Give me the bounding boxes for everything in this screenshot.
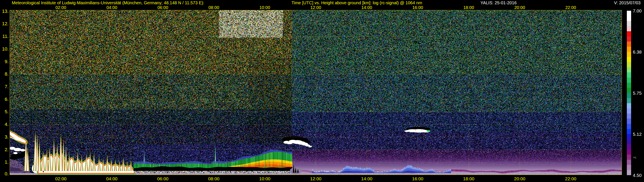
colorbar-step xyxy=(627,62,631,67)
time-tick-top: 14:00 xyxy=(361,5,372,10)
colorbar-step xyxy=(627,155,631,160)
colorbar-step xyxy=(627,88,631,93)
height-tick: 12. xyxy=(0,21,8,26)
colorbar-step xyxy=(627,26,631,31)
plot-canvas xyxy=(10,10,622,175)
height-tick: 10. xyxy=(0,47,8,51)
time-tick-top: 06:00 xyxy=(157,5,168,10)
time-tick-top: 04:00 xyxy=(106,5,117,10)
time-tick-bottom: 06:00 xyxy=(157,177,168,181)
colorbar-step xyxy=(627,72,631,78)
height-tick: 6. xyxy=(0,97,8,102)
colorbar-step xyxy=(627,42,631,47)
height-tick: 0. xyxy=(0,172,8,176)
colorbar-step xyxy=(627,31,631,36)
colorbar-step xyxy=(627,83,631,88)
colorbar-step xyxy=(627,93,631,98)
colorbar-tick-label: 6.38 xyxy=(633,50,642,54)
colorbar-step xyxy=(627,124,631,129)
time-tick-top: 12:00 xyxy=(310,5,321,10)
colorbar-step xyxy=(627,144,631,149)
time-tick-bottom: 12:00 xyxy=(310,177,322,181)
colorbar xyxy=(627,11,631,175)
version-label: V: 2015/07/03 xyxy=(614,1,640,5)
colorbar-step xyxy=(627,113,631,119)
height-tick: 3. xyxy=(0,135,8,139)
height-tick: 9. xyxy=(0,59,8,64)
time-tick-bottom: 20:00 xyxy=(514,177,526,181)
colorbar-step xyxy=(627,139,631,144)
height-tick: 4. xyxy=(0,122,8,127)
time-tick-bottom: 14:00 xyxy=(361,177,372,181)
time-tick-bottom: 16:00 xyxy=(412,177,424,181)
plot-area xyxy=(10,10,622,175)
time-tick-bottom: 18:00 xyxy=(463,177,474,181)
height-tick: 8. xyxy=(0,72,8,77)
height-tick: 1. xyxy=(0,160,8,165)
colorbar-step xyxy=(627,119,631,124)
colorbar-step xyxy=(627,47,631,52)
colorbar-tick-label: 7.00 xyxy=(633,8,642,13)
colorbar-step xyxy=(627,11,631,16)
colorbar-step xyxy=(627,78,631,83)
time-tick-bottom: 10:00 xyxy=(259,177,270,181)
colorbar-step xyxy=(627,165,631,170)
institute-title: Meteorological Institute of Ludwig-Maxim… xyxy=(12,1,204,5)
time-tick-top: 20:00 xyxy=(514,5,525,10)
time-tick-bottom: 04:00 xyxy=(106,177,118,181)
colorbar-step xyxy=(627,134,631,139)
time-tick-bottom: 02:00 xyxy=(55,177,66,181)
colorbar-step xyxy=(627,36,631,42)
time-tick-top: 08:00 xyxy=(208,5,219,10)
colorbar-step xyxy=(627,108,631,113)
colorbar-step xyxy=(627,170,631,175)
height-tick: 5. xyxy=(0,109,8,114)
time-tick-bottom: 08:00 xyxy=(208,177,220,181)
time-tick-bottom: 22:00 xyxy=(565,177,576,181)
colorbar-step xyxy=(627,129,631,134)
colorbar-step xyxy=(627,160,631,165)
time-tick-top: 18:00 xyxy=(463,5,474,10)
colorbar-eq-label: eq xyxy=(633,156,636,159)
colorbar-step xyxy=(627,16,631,21)
instrument-date: YALIS: 25-01-2016 xyxy=(480,1,517,5)
colorbar-step xyxy=(627,21,631,26)
colorbar-step xyxy=(627,98,631,103)
colorbar-step xyxy=(627,103,631,108)
height-tick: 13. xyxy=(0,9,8,14)
height-tick: 7. xyxy=(0,84,8,89)
height-tick: 11. xyxy=(0,34,8,39)
colorbar-step xyxy=(627,52,631,57)
colorbar-tick-label: 5.75 xyxy=(633,91,642,95)
lidar-quicklook-page: Meteorological Institute of Ludwig-Maxim… xyxy=(0,0,644,182)
plot-title: Time [UTC] vs. Height above ground [km]:… xyxy=(292,1,422,5)
time-tick-top: 22:00 xyxy=(565,5,576,10)
colorbar-step xyxy=(627,57,631,62)
time-tick-top: 10:00 xyxy=(259,5,270,10)
colorbar-step xyxy=(627,149,631,155)
height-tick: 2. xyxy=(0,147,8,152)
colorbar-tick-label: 4.50 xyxy=(633,173,642,178)
time-tick-top: 02:00 xyxy=(56,5,66,10)
colorbar-step xyxy=(627,67,631,72)
colorbar-tick-label: 5.12 xyxy=(633,132,642,136)
time-tick-top: 16:00 xyxy=(412,5,423,10)
